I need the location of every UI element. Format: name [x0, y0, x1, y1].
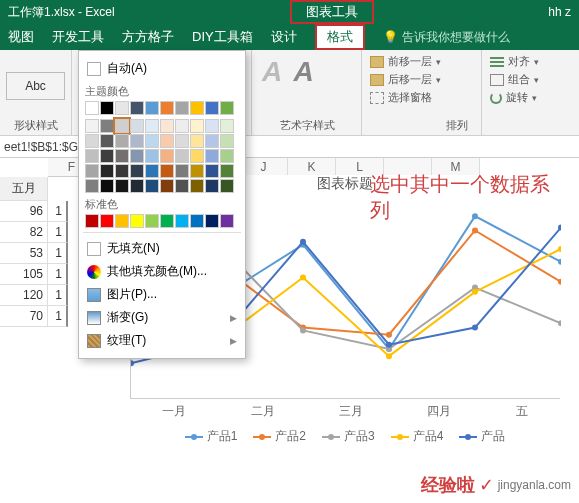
color-swatch[interactable] — [130, 149, 144, 163]
color-swatch[interactable] — [175, 134, 189, 148]
color-swatch[interactable] — [205, 119, 219, 133]
data-cell[interactable]: 82 — [0, 222, 48, 243]
data-cell[interactable]: 105 — [0, 264, 48, 285]
color-swatch[interactable] — [100, 179, 114, 193]
color-swatch[interactable] — [205, 179, 219, 193]
color-swatch[interactable] — [190, 179, 204, 193]
data-cell[interactable]: 96 — [0, 201, 48, 222]
tab-format[interactable]: 格式 — [315, 24, 365, 50]
color-swatch[interactable] — [175, 214, 189, 228]
color-swatch[interactable] — [205, 101, 219, 115]
color-swatch[interactable] — [145, 164, 159, 178]
group-button[interactable]: 组合▾ — [490, 72, 544, 87]
color-swatch[interactable] — [100, 101, 114, 115]
color-swatch[interactable] — [160, 134, 174, 148]
color-swatch[interactable] — [130, 179, 144, 193]
color-swatch[interactable] — [100, 119, 114, 133]
color-swatch[interactable] — [85, 101, 99, 115]
color-swatch[interactable] — [85, 134, 99, 148]
data-cell[interactable]: 1 — [48, 264, 68, 285]
color-swatch[interactable] — [160, 101, 174, 115]
auto-color-item[interactable]: 自动(A) — [85, 57, 239, 80]
shape-fill-dropdown[interactable]: 自动(A) 主题颜色 标准色 无填充(N) 其他填充颜色(M)... 图片(P)… — [78, 50, 246, 359]
wordart-preset-1[interactable]: A — [262, 56, 282, 87]
tab-fangfang[interactable]: 方方格子 — [122, 28, 174, 46]
color-swatch[interactable] — [115, 164, 129, 178]
data-cell[interactable]: 120 — [0, 285, 48, 306]
color-swatch[interactable] — [145, 101, 159, 115]
color-swatch[interactable] — [160, 164, 174, 178]
color-swatch[interactable] — [85, 119, 99, 133]
color-swatch[interactable] — [190, 214, 204, 228]
more-colors-item[interactable]: 其他填充颜色(M)... — [85, 260, 239, 283]
color-swatch[interactable] — [100, 134, 114, 148]
color-swatch[interactable] — [130, 214, 144, 228]
color-swatch[interactable] — [85, 149, 99, 163]
color-swatch[interactable] — [175, 179, 189, 193]
color-swatch[interactable] — [220, 214, 234, 228]
selection-pane-button[interactable]: 选择窗格 — [370, 90, 473, 105]
legend-item[interactable]: 产品4 — [391, 428, 444, 445]
color-swatch[interactable] — [175, 164, 189, 178]
data-cell[interactable]: 70 — [0, 306, 48, 327]
data-cell[interactable]: 1 — [48, 243, 68, 264]
color-swatch[interactable] — [220, 119, 234, 133]
data-cell[interactable]: 1 — [48, 222, 68, 243]
legend-item[interactable]: 产品 — [459, 428, 505, 445]
picture-fill-item[interactable]: 图片(P)... — [85, 283, 239, 306]
color-swatch[interactable] — [175, 149, 189, 163]
color-swatch[interactable] — [115, 134, 129, 148]
color-swatch[interactable] — [190, 164, 204, 178]
color-swatch[interactable] — [85, 164, 99, 178]
color-swatch[interactable] — [85, 214, 99, 228]
color-swatch[interactable] — [100, 214, 114, 228]
color-swatch[interactable] — [100, 164, 114, 178]
shape-style-preset[interactable]: Abc — [6, 72, 65, 100]
color-swatch[interactable] — [100, 149, 114, 163]
color-swatch[interactable] — [190, 149, 204, 163]
align-button[interactable]: 对齐▾ — [490, 54, 544, 69]
send-backward-button[interactable]: 后移一层▾ — [370, 72, 473, 87]
color-swatch[interactable] — [145, 134, 159, 148]
wordart-preset-2[interactable]: A — [294, 56, 314, 87]
color-swatch[interactable] — [145, 214, 159, 228]
color-swatch[interactable] — [145, 149, 159, 163]
month-header-cell[interactable]: 五月 — [0, 177, 48, 201]
legend-item[interactable]: 产品1 — [185, 428, 238, 445]
color-swatch[interactable] — [115, 179, 129, 193]
color-swatch[interactable] — [115, 101, 129, 115]
rotate-button[interactable]: 旋转▾ — [490, 90, 544, 105]
texture-fill-item[interactable]: 纹理(T) ▶ — [85, 329, 239, 352]
color-swatch[interactable] — [220, 179, 234, 193]
color-swatch[interactable] — [205, 214, 219, 228]
legend-item[interactable]: 产品2 — [253, 428, 306, 445]
color-swatch[interactable] — [145, 119, 159, 133]
color-swatch[interactable] — [175, 101, 189, 115]
gradient-fill-item[interactable]: 渐变(G) ▶ — [85, 306, 239, 329]
color-swatch[interactable] — [115, 214, 129, 228]
color-swatch[interactable] — [160, 179, 174, 193]
tab-view[interactable]: 视图 — [8, 28, 34, 46]
color-swatch[interactable] — [85, 179, 99, 193]
tab-diy[interactable]: DIY工具箱 — [192, 28, 253, 46]
color-swatch[interactable] — [175, 119, 189, 133]
color-swatch[interactable] — [130, 101, 144, 115]
color-swatch[interactable] — [205, 164, 219, 178]
color-swatch[interactable] — [115, 149, 129, 163]
bring-forward-button[interactable]: 前移一层▾ — [370, 54, 473, 69]
data-cell[interactable]: 1 — [48, 201, 68, 222]
color-swatch[interactable] — [115, 119, 129, 133]
color-swatch[interactable] — [220, 164, 234, 178]
color-swatch[interactable] — [130, 134, 144, 148]
no-fill-item[interactable]: 无填充(N) — [85, 237, 239, 260]
data-cell[interactable]: 1 — [48, 285, 68, 306]
color-swatch[interactable] — [160, 149, 174, 163]
color-swatch[interactable] — [145, 179, 159, 193]
tell-me-input[interactable]: 💡 告诉我你想要做什么 — [383, 29, 510, 46]
color-swatch[interactable] — [220, 134, 234, 148]
color-swatch[interactable] — [190, 134, 204, 148]
color-swatch[interactable] — [130, 119, 144, 133]
color-swatch[interactable] — [160, 119, 174, 133]
tab-developer[interactable]: 开发工具 — [52, 28, 104, 46]
color-swatch[interactable] — [220, 101, 234, 115]
